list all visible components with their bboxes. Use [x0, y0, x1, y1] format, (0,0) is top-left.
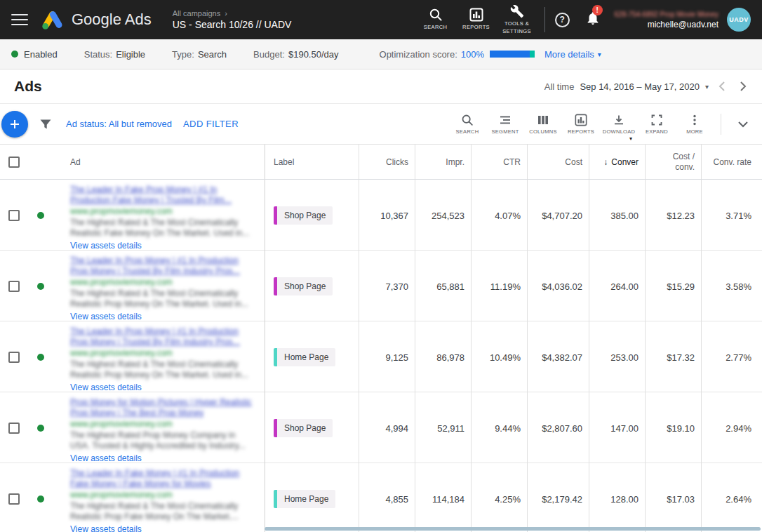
ad-column-header[interactable]: Ad	[53, 145, 265, 179]
download-icon	[613, 114, 625, 126]
label-chip[interactable]: Shop Page	[274, 419, 333, 437]
clicks-value: 9,125	[359, 321, 415, 393]
impressions-value: 52,911	[415, 392, 471, 464]
columns-button[interactable]: COLUMNS	[524, 114, 562, 135]
cost-value: $4,707.20	[527, 180, 589, 251]
ad-title-blurred[interactable]: The Leader In Fake Prop Money | #1 In Pr…	[70, 185, 256, 206]
ad-status-filter[interactable]: Ad status: All but removed	[66, 119, 172, 129]
view-assets-details-link[interactable]: View assets details	[70, 453, 142, 464]
page-header: Ads All time Sep 14, 2016 – May 17, 2020…	[0, 69, 762, 104]
filter-button[interactable]	[39, 118, 52, 131]
ad-title-blurred[interactable]: The Leader In Fake Money | #1 In Product…	[70, 468, 256, 489]
expand-button[interactable]: EXPAND	[638, 114, 676, 135]
label-chip[interactable]: Shop Page	[274, 206, 333, 225]
expand-icon	[650, 114, 663, 126]
cost-per-conversion-column-header[interactable]: Cost / conv.	[645, 145, 701, 179]
view-assets-details-link[interactable]: View assets details	[70, 241, 142, 251]
date-range-nav	[718, 81, 747, 92]
label-chip[interactable]: Home Page	[274, 490, 335, 508]
segment-icon	[499, 114, 512, 126]
conversions-value: 253.00	[589, 321, 645, 393]
previous-period-button[interactable]	[718, 81, 726, 92]
help-button[interactable]: ?	[555, 13, 570, 27]
table-reports-button[interactable]: REPORTS	[562, 114, 600, 135]
ad-status-filter-value: All but removed	[109, 119, 172, 129]
impressions-value: 114,184	[415, 463, 471, 532]
select-all-checkbox[interactable]	[8, 157, 20, 168]
ad-cell: The Leader In Fake Money | #1 In Product…	[53, 463, 265, 532]
help-icon: ?	[559, 15, 564, 25]
conversions-value: 128.00	[589, 463, 645, 532]
collapse-toolbar-button[interactable]	[728, 117, 758, 132]
ad-title-blurred[interactable]: Prop Money for Motion Pictures | Hyper R…	[70, 397, 256, 418]
add-ad-button[interactable]	[1, 111, 28, 138]
row-checkbox[interactable]	[8, 423, 20, 434]
cost-column-header[interactable]: Cost	[527, 145, 589, 179]
label-chip[interactable]: Home Page	[274, 348, 335, 366]
ad-description-blurred: The Highest Rated & The Most Cinematical…	[70, 501, 256, 522]
avatar[interactable]: UADV	[727, 8, 751, 32]
tools-settings-nav-button[interactable]: TOOLS &SETTINGS	[497, 4, 537, 34]
label-chip[interactable]: Shop Page	[274, 277, 333, 295]
table-row: The Leader In Fake Money | #1 In Product…	[0, 463, 762, 532]
search-nav-button[interactable]: SEARCH	[415, 8, 456, 31]
enabled-label: Enabled	[24, 49, 58, 60]
row-checkbox[interactable]	[8, 493, 20, 505]
chevron-down-icon	[735, 117, 751, 132]
ctr-column-header[interactable]: CTR	[471, 145, 527, 179]
top-nav: SEARCH REPORTS TOOLS &SETTINGS ?	[415, 4, 762, 34]
columns-icon	[537, 114, 549, 126]
date-range-value: Sep 14, 2016 – May 17, 2020	[580, 81, 700, 92]
notifications-button[interactable]: !	[585, 11, 601, 29]
conversion-rate-value: 3.71%	[701, 180, 762, 251]
more-button[interactable]: MORE	[676, 114, 714, 135]
impressions-column-header[interactable]: Impr.	[415, 145, 471, 179]
table-search-button[interactable]: SEARCH	[448, 114, 486, 135]
view-assets-details-link[interactable]: View assets details	[70, 312, 142, 322]
row-checkbox[interactable]	[8, 210, 20, 221]
ad-description-blurred: The Highest Rated Prop Money Company in …	[70, 430, 256, 451]
conversion-rate-value: 2.94%	[701, 392, 762, 464]
conversions-value: 147.00	[589, 392, 645, 464]
impressions-value: 86,978	[415, 321, 471, 393]
row-checkbox[interactable]	[8, 352, 20, 363]
conversion-rate-column-header[interactable]: Conv. rate	[701, 145, 762, 179]
segment-button[interactable]: SEGMENT	[486, 114, 524, 135]
ad-title-blurred[interactable]: The Leader In Prop Money | #1 In Product…	[70, 326, 256, 347]
toolbar-icons: SEARCH SEGMENT COLUMNS	[448, 114, 758, 135]
more-details-link[interactable]: More details ▾	[544, 49, 601, 60]
next-period-button[interactable]	[740, 81, 747, 92]
download-button[interactable]: DOWNLOAD ▾	[600, 114, 638, 135]
add-filter-button[interactable]: ADD FILTER	[183, 119, 239, 129]
download-dropdown-caret-icon: ▾	[629, 135, 632, 142]
conversions-value: 264.00	[589, 251, 645, 322]
conversion-rate-value: 3.58%	[701, 251, 762, 322]
ad-url-blurred: www.propmoviemoney.com	[70, 348, 256, 359]
clicks-column-header[interactable]: Clicks	[359, 145, 415, 179]
conversions-column-header[interactable]: ↓ Conver	[589, 145, 645, 179]
date-range-picker[interactable]: All time Sep 14, 2016 – May 17, 2020 ▾	[544, 81, 709, 92]
breadcrumb[interactable]: All campaigns›	[173, 9, 292, 18]
ad-description-blurred: The Highest Rated & The Most Cinematical…	[70, 288, 256, 310]
view-assets-details-link[interactable]: View assets details	[70, 524, 142, 532]
ad-url-blurred: www.propmoviemoney.com	[70, 277, 256, 288]
plus-icon	[9, 119, 20, 130]
reports-nav-button[interactable]: REPORTS	[456, 8, 497, 31]
row-checkbox[interactable]	[8, 281, 20, 292]
menu-icon[interactable]	[11, 14, 28, 25]
google-ads-logo[interactable]: Google Ads	[41, 9, 152, 30]
reports-nav-label: REPORTS	[462, 24, 490, 31]
search-icon	[461, 114, 474, 126]
impressions-value: 254,523	[415, 180, 471, 251]
label-column-header[interactable]: Label	[265, 145, 359, 179]
page-title: Ads	[14, 78, 42, 95]
chevron-left-icon	[718, 81, 726, 92]
ad-title-blurred[interactable]: The Leader In Prop Money | #1 In Product…	[70, 255, 256, 277]
cost-per-conversion-value: $19.10	[645, 392, 701, 464]
chevron-right-icon	[740, 81, 747, 92]
view-assets-details-link[interactable]: View assets details	[70, 383, 142, 393]
account-info[interactable]: 628-754-6892 Prop Movie Money michelle@u…	[615, 11, 718, 29]
horizontal-scrollbar[interactable]	[265, 527, 761, 531]
ad-url-blurred: www.propmoviemoney.com	[70, 490, 256, 500]
select-all-cell	[0, 145, 28, 179]
